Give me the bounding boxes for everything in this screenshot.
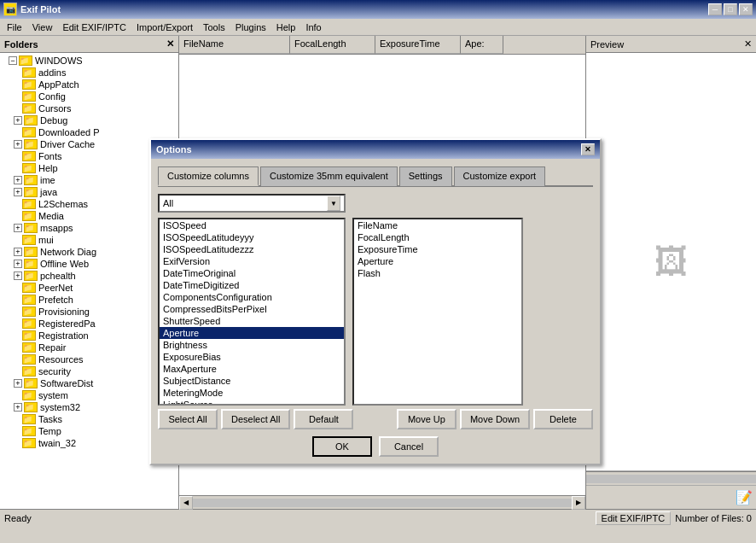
list-item-shutterspeed[interactable]: ShutterSpeed	[160, 315, 344, 327]
tree-item-apppatch[interactable]: 📁 AppPatch	[2, 79, 177, 90]
tab-customize-35mm[interactable]: Customize 35mm equivalent	[260, 166, 398, 186]
right-item-aperture[interactable]: Aperture	[354, 255, 521, 267]
delete-button[interactable]: Delete	[533, 409, 593, 429]
tree-label-twain32: twain_32	[38, 438, 76, 448]
menu-info[interactable]: Info	[300, 20, 326, 34]
right-item-focallength[interactable]: FocalLength	[354, 231, 521, 243]
minimize-button[interactable]: ─	[708, 3, 722, 15]
tab-customize-export[interactable]: Customize export	[454, 166, 546, 186]
list-item-compressedbits[interactable]: CompressedBitsPerPixel	[160, 303, 344, 315]
col-focallength[interactable]: FocalLength	[290, 36, 375, 54]
list-item-datetimedigitized[interactable]: DateTimeDigitized	[160, 279, 344, 291]
tree-label-repair: Repair	[38, 342, 66, 353]
menu-file[interactable]: File	[2, 20, 27, 34]
preview-right-scrollbar[interactable]	[586, 471, 756, 485]
tree-label-config: Config	[38, 91, 66, 102]
tree-item-downloaded[interactable]: 📁 Downloaded P	[2, 126, 177, 138]
file-scroll-bar[interactable]: ◀ ▶	[179, 495, 585, 509]
deselect-all-button[interactable]: Deselect All	[221, 409, 290, 429]
right-item-flash[interactable]: Flash	[354, 267, 521, 279]
list-item-exifversion[interactable]: ExifVersion	[160, 255, 344, 267]
move-down-button[interactable]: Move Down	[460, 409, 530, 429]
preview-toolbar: 📝	[586, 485, 756, 509]
tree-label-cursors: Cursors	[38, 103, 72, 114]
folder-icon-registeredpa: 📁	[22, 318, 36, 329]
list-item-isospeedlat-zzz[interactable]: ISOSpeedLatitudezzz	[160, 243, 344, 255]
menu-import-export[interactable]: Import/Export	[131, 20, 198, 34]
edit-exif-status-btn[interactable]: Edit EXIF/IPTC	[596, 511, 672, 525]
right-item-filename[interactable]: FileName	[354, 219, 521, 231]
list-item-aperture[interactable]: Aperture	[160, 327, 344, 339]
dialog-body: Customize columns Customize 35mm equival…	[151, 159, 600, 464]
expand-pchealth[interactable]: +	[14, 272, 22, 280]
ok-button[interactable]: OK	[312, 436, 372, 457]
default-button[interactable]: Default	[294, 409, 353, 429]
tree-label-softwaredist: SoftwareDist	[40, 378, 93, 388]
folder-icon-prefetch: 📁	[22, 295, 36, 305]
menu-plugins[interactable]: Plugins	[230, 20, 271, 34]
folder-icon-twain32: 📁	[22, 438, 36, 448]
tab-settings[interactable]: Settings	[399, 166, 452, 186]
list-item-isospeedlat-yyy[interactable]: ISOSpeedLatitudeyyy	[160, 231, 344, 243]
move-up-button[interactable]: Move Up	[397, 409, 457, 429]
tree-item-debug[interactable]: + 📁 Debug	[2, 114, 177, 126]
preview-header: Preview ✕	[586, 36, 756, 53]
tree-item-addins[interactable]: 📁 addins	[2, 67, 177, 79]
list-item-brightness[interactable]: Brightness	[160, 339, 344, 351]
dialog-tabs: Customize columns Customize 35mm equival…	[158, 166, 593, 187]
tree-item-cursors[interactable]: 📁 Cursors	[2, 102, 177, 114]
tab-customize-columns[interactable]: Customize columns	[158, 166, 259, 186]
menu-tools[interactable]: Tools	[198, 20, 230, 34]
select-all-button[interactable]: Select All	[158, 409, 218, 429]
cancel-button[interactable]: Cancel	[379, 436, 439, 457]
list-item-meteringmode[interactable]: MeteringMode	[160, 387, 344, 399]
expand-java[interactable]: +	[14, 188, 22, 196]
tree-item-config[interactable]: 📁 Config	[2, 90, 177, 102]
list-item-subjectdistance[interactable]: SubjectDistance	[160, 375, 344, 387]
maximize-button[interactable]: □	[724, 3, 737, 15]
tree-label-tasks: Tasks	[38, 414, 62, 424]
folder-icon-media: 📁	[22, 211, 36, 221]
expand-debug[interactable]: +	[14, 116, 22, 125]
preview-icon: 🖼	[654, 242, 689, 281]
list-item-maxaperture[interactable]: MaxAperture	[160, 363, 344, 375]
menu-view[interactable]: View	[27, 20, 58, 34]
title-bar-buttons: ─ □ ✕	[708, 3, 753, 15]
close-button[interactable]: ✕	[739, 3, 753, 15]
list-item-datetimeoriginal[interactable]: DateTimeOriginal	[160, 267, 344, 279]
col-exposuretime[interactable]: ExposureTime	[375, 36, 461, 54]
tree-label-resources: Resources	[38, 354, 84, 365]
right-item-exposuretime[interactable]: ExposureTime	[354, 243, 521, 255]
menu-edit-exif[interactable]: Edit EXIF/IPTC	[57, 20, 131, 34]
selected-columns-list[interactable]: FileName FocalLength ExposureTime Apertu…	[352, 218, 523, 406]
expand-msapps[interactable]: +	[14, 224, 22, 232]
scroll-right-btn[interactable]: ▶	[572, 496, 585, 510]
scroll-left-btn[interactable]: ◀	[179, 496, 193, 510]
expand-windows[interactable]: −	[9, 56, 17, 65]
menu-help[interactable]: Help	[271, 20, 301, 34]
main-layout: Folders ✕ − 📁 WINDOWS 📁 addins 📁 AppPatc…	[0, 36, 756, 509]
preview-close[interactable]: ✕	[744, 38, 752, 50]
filter-dropdown[interactable]: All ▼	[158, 194, 346, 213]
expand-system32[interactable]: +	[14, 403, 22, 412]
expand-offlineweb[interactable]: +	[14, 260, 22, 268]
col-ape[interactable]: Ape:	[461, 36, 503, 54]
preview-panel: Preview ✕ 🖼 📝	[585, 36, 756, 509]
available-columns-list[interactable]: ISOSpeed ISOSpeedLatitudeyyy ISOSpeedLat…	[158, 218, 346, 406]
expand-drivercache[interactable]: +	[14, 140, 22, 149]
expand-networkdiag[interactable]: +	[14, 248, 22, 256]
list-item-isospeed[interactable]: ISOSpeed	[160, 219, 344, 231]
tree-item-windows[interactable]: − 📁 WINDOWS	[2, 55, 177, 67]
list-item-exposurebias[interactable]: ExposureBias	[160, 351, 344, 363]
dialog-title-bar: Options ✕	[151, 140, 600, 159]
folders-panel-close[interactable]: ✕	[166, 38, 174, 50]
col-filename[interactable]: FileName	[179, 36, 290, 54]
list-item-components[interactable]: ComponentsConfiguration	[160, 291, 344, 303]
expand-softwaredist[interactable]: +	[14, 379, 22, 388]
folder-icon-drivercache: 📁	[24, 139, 38, 149]
list-item-lightsource[interactable]: LightSource	[160, 399, 344, 406]
preview-edit-icon[interactable]: 📝	[736, 490, 753, 505]
folder-icon-java: 📁	[24, 187, 38, 197]
expand-ime[interactable]: +	[14, 176, 22, 184]
dialog-close-button[interactable]: ✕	[581, 143, 595, 155]
